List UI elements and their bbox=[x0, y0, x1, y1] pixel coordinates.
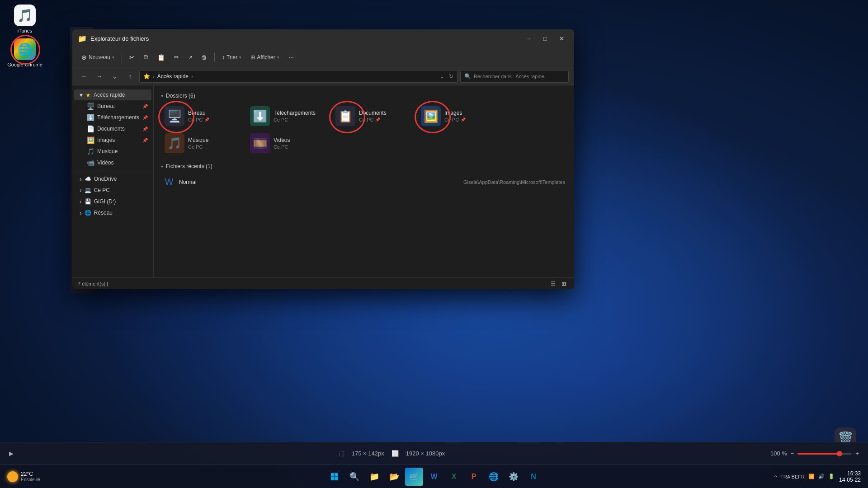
copy-button[interactable]: ⧉ bbox=[140, 52, 152, 63]
news-button[interactable]: N bbox=[524, 468, 542, 486]
taskbar-left: 22°C Ensoleillé bbox=[7, 471, 40, 482]
sidebar-item-telechargements[interactable]: ⬇️ Téléchargements 📌 bbox=[81, 112, 151, 123]
settings-button[interactable]: ⚙️ bbox=[505, 468, 523, 486]
telechargements-icon: ⬇️ bbox=[87, 114, 94, 121]
zoom-out-button[interactable]: − bbox=[791, 450, 794, 457]
recent-file-normal[interactable]: W Normal Gisela\AppData\Roaming\Microsof… bbox=[161, 174, 567, 190]
zoom-in-button[interactable]: + bbox=[855, 450, 859, 457]
folders-section-header[interactable]: ▾ Dossiers (6) bbox=[161, 93, 567, 99]
search-icon: 🔍 bbox=[464, 73, 471, 80]
recent-section-header[interactable]: ▾ Fichiers récents (1) bbox=[161, 163, 567, 169]
up-button[interactable]: ↑ bbox=[124, 70, 137, 83]
full-size-icon: ⬜ bbox=[392, 450, 399, 457]
close-button[interactable]: ✕ bbox=[554, 33, 569, 44]
videos-icon: 📹 bbox=[87, 159, 94, 166]
sidebar-quick-access-label: Accès rapide bbox=[94, 92, 125, 98]
sidebar-item-bureau[interactable]: 🖥️ Bureau 📌 bbox=[81, 101, 151, 112]
videos-folder-icon-container: 🎞️ bbox=[250, 133, 270, 153]
ce-pc-expand-icon: › bbox=[80, 187, 82, 194]
taskbar-right: ^ FRA BEFR 📶 🔊 🔋 16:33 14-05-22 bbox=[774, 470, 861, 483]
refresh-button[interactable]: ↻ bbox=[449, 73, 453, 80]
chevron-up-icon[interactable]: ^ bbox=[774, 474, 777, 479]
images-pin-icon: 📌 bbox=[142, 138, 148, 143]
taskbar-folders-button[interactable]: 📂 bbox=[385, 468, 403, 486]
more-button[interactable]: ⋯ bbox=[285, 52, 297, 62]
sidebar-item-ce-pc[interactable]: › 💻 Ce PC bbox=[74, 185, 151, 196]
recent-locations-button[interactable]: ⌄ bbox=[108, 70, 121, 83]
list-view-button[interactable]: ☰ bbox=[548, 279, 558, 289]
recent-section-label: Fichiers récents (1) bbox=[166, 163, 212, 169]
toolbar: ⊕ Nouveau ▾ ✂ ⧉ 📋 ✏ ↗ 🗑 ↕ Trier ▾ ⊞ bbox=[72, 47, 574, 67]
volume-icon[interactable]: 🔊 bbox=[818, 474, 825, 479]
excel-button[interactable]: X bbox=[445, 468, 463, 486]
back-button[interactable]: ← bbox=[78, 70, 90, 83]
grid-view-button[interactable]: ⊞ bbox=[559, 279, 569, 289]
folder-musique[interactable]: 🎵 Musique Ce PC bbox=[161, 131, 245, 156]
musique-icon: 🎵 bbox=[87, 148, 94, 155]
view-button[interactable]: ⊞ Afficher ▾ bbox=[247, 52, 283, 62]
svg-rect-3 bbox=[335, 477, 339, 480]
chrome-taskbar-button[interactable]: 🌐 bbox=[485, 468, 503, 486]
files-button[interactable]: 📁 bbox=[365, 468, 383, 486]
images-pin-icon: 📌 bbox=[461, 117, 466, 122]
minimize-button[interactable]: ─ bbox=[522, 33, 536, 44]
documents-icon: 📄 bbox=[87, 125, 94, 132]
folder-images[interactable]: 🖼️ Images Ce PC 📌 bbox=[417, 103, 501, 129]
weather-widget[interactable]: 22°C Ensoleillé bbox=[7, 471, 40, 482]
time-display[interactable]: 16:33 14-05-22 bbox=[839, 470, 861, 483]
main-content: ▾ ★ Accès rapide 🖥️ Bureau 📌 ⬇️ Téléchar… bbox=[72, 85, 574, 277]
bureau-folder-sub: Ce PC 📌 bbox=[188, 117, 209, 122]
play-icon[interactable]: ▶ bbox=[9, 450, 14, 457]
videos-folder-info: Vidéos Ce PC bbox=[274, 137, 290, 150]
start-button[interactable] bbox=[326, 468, 344, 486]
documents-folder-visual-icon: 📋 bbox=[338, 109, 353, 123]
word-button[interactable]: W bbox=[425, 468, 443, 486]
sidebar-item-musique[interactable]: 🎵 Musique bbox=[81, 146, 151, 157]
forward-button[interactable]: → bbox=[93, 70, 106, 83]
sort-button[interactable]: ↕ Trier ▾ bbox=[218, 52, 245, 62]
search-button[interactable]: 🔍 bbox=[345, 468, 363, 486]
folder-bureau[interactable]: 🖥️ Bureau Ce PC 📌 bbox=[161, 103, 245, 129]
recent-section-arrow: ▾ bbox=[161, 164, 163, 169]
share-button[interactable]: ↗ bbox=[184, 52, 196, 62]
cut-button[interactable]: ✂ bbox=[126, 52, 138, 63]
musique-folder-name: Musique bbox=[188, 137, 208, 143]
powerpoint-button[interactable]: P bbox=[465, 468, 483, 486]
store-button[interactable]: 🛒 bbox=[405, 468, 423, 486]
desktop-icon-itunes[interactable]: 🎵 iTunes bbox=[7, 5, 43, 33]
maximize-button[interactable]: □ bbox=[538, 33, 552, 44]
folder-videos[interactable]: 🎞️ Vidéos Ce PC bbox=[246, 131, 330, 156]
path-dropdown-icon[interactable]: ⌄ bbox=[440, 73, 444, 80]
desktop-icon-chrome[interactable]: 🌐 Google Chrome bbox=[7, 38, 43, 67]
bureau-folder-icon: 🖥️ bbox=[87, 103, 94, 110]
folder-telechargements[interactable]: ⬇️ Téléchargements Ce PC bbox=[246, 103, 330, 129]
sidebar-item-documents[interactable]: 📄 Documents 📌 bbox=[81, 123, 151, 134]
sidebar-item-reseau[interactable]: › 🌐 Réseau bbox=[74, 207, 151, 218]
videos-folder-name: Vidéos bbox=[274, 137, 290, 143]
sidebar-item-gigi[interactable]: › 💾 GIGI (D:) bbox=[74, 196, 151, 207]
sidebar-item-quick-access[interactable]: ▾ ★ Accès rapide bbox=[74, 89, 151, 100]
zoom-slider[interactable] bbox=[797, 453, 852, 455]
zoom-percent: 100 % bbox=[770, 450, 787, 457]
paste-button[interactable]: 📋 bbox=[154, 52, 169, 63]
weather-condition: Ensoleillé bbox=[21, 477, 40, 482]
path-text: Accès rapide bbox=[157, 73, 189, 80]
delete-button[interactable]: 🗑 bbox=[198, 52, 211, 62]
reseau-expand-icon: › bbox=[80, 209, 82, 216]
search-box[interactable]: 🔍 Rechercher dans : Accès rapide bbox=[460, 70, 569, 83]
battery-icon[interactable]: 🔋 bbox=[828, 474, 835, 479]
sidebar-telechargements-label: Téléchargements bbox=[97, 114, 139, 121]
telechargements-folder-visual-icon: ⬇️ bbox=[253, 109, 267, 123]
new-button[interactable]: ⊕ Nouveau ▾ bbox=[78, 52, 118, 63]
sidebar-item-onedrive[interactable]: › ☁️ OneDrive bbox=[74, 174, 151, 184]
sidebar-item-images[interactable]: 🖼️ Images 📌 bbox=[81, 135, 151, 145]
address-path[interactable]: ⭐ › Accès rapide › ⌄ ↻ bbox=[139, 70, 458, 83]
wifi-icon[interactable]: 📶 bbox=[808, 474, 815, 479]
sidebar-quick-access-sub: 🖥️ Bureau 📌 ⬇️ Téléchargements 📌 📄 Docum… bbox=[72, 101, 153, 168]
folder-documents[interactable]: 📋 Documents Ce PC 📌 bbox=[332, 103, 415, 129]
sidebar-item-videos[interactable]: 📹 Vidéos bbox=[81, 157, 151, 168]
photo-viewer-center: ⬚ 175 × 142px ⬜ 868 × 488px bbox=[339, 450, 445, 457]
svg-rect-1 bbox=[335, 473, 339, 477]
sidebar-onedrive-label: OneDrive bbox=[94, 176, 117, 182]
rename-button[interactable]: ✏ bbox=[170, 52, 183, 62]
